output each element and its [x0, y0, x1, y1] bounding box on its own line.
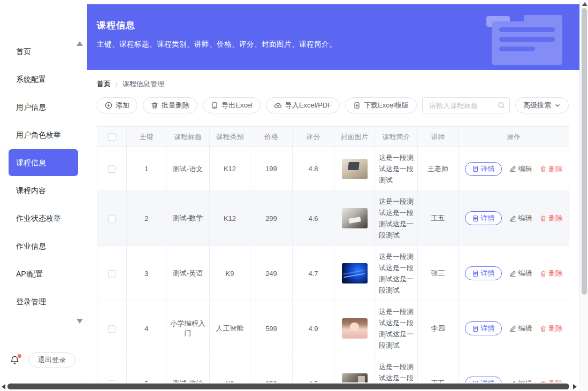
cell-category: K12: [210, 147, 250, 191]
page-banner: 课程信息 主键、课程标题、课程类别、讲师、价格、评分、封面图片、课程简介。: [87, 4, 579, 70]
cell-teacher: 王老师: [418, 147, 459, 191]
document-icon: [472, 215, 479, 222]
pencil-icon: [509, 325, 516, 332]
sidebar-item-course-content[interactable]: 课程内容: [0, 177, 87, 204]
row-checkbox[interactable]: [108, 215, 116, 223]
scroll-left-arrow-icon[interactable]: [2, 384, 5, 389]
search-box: [422, 97, 510, 113]
detail-button[interactable]: 详情: [465, 321, 502, 335]
course-table: 主键课程标题课程类别价格评分封面图片课程简介讲师操作 1测试-语文K121994…: [97, 126, 569, 391]
select-all-header: [97, 127, 127, 147]
delete-button[interactable]: 删除: [540, 269, 563, 278]
sidebar-item-login-management[interactable]: 登录管理: [0, 288, 87, 316]
cell-title: 测试-语文: [166, 147, 210, 191]
cell-actions: 详情编辑删除: [459, 246, 569, 301]
vertical-scrollbar[interactable]: [579, 0, 588, 391]
table-row: 4小学编程入门人工智能5994.9这是一段测试这是一段测试这是一段测试李四详情编…: [97, 301, 569, 356]
trash-icon: [540, 215, 547, 222]
cell-teacher: 李四: [418, 301, 459, 356]
trash-icon: [540, 165, 547, 172]
notification-bell-icon[interactable]: [10, 355, 20, 365]
cell-teacher: 张三: [418, 246, 459, 301]
sidebar-item-api-config[interactable]: API配置: [0, 260, 87, 288]
logout-button[interactable]: 退出登录: [28, 352, 75, 367]
table-header-row: 主键课程标题课程类别价格评分封面图片课程简介讲师操作: [97, 127, 569, 147]
cell-category: K12: [210, 191, 250, 246]
row-select-cell: [97, 301, 127, 356]
table-row: 1测试-语文K121994.8这是一段测试这是一段测试王老师详情编辑删除: [97, 147, 569, 191]
column-header-0: 主键: [127, 127, 166, 147]
cell-id: 1: [127, 147, 166, 191]
detail-button[interactable]: 详情: [465, 211, 502, 225]
cell-rating: 4.9: [293, 301, 334, 356]
sidebar-item-user-info[interactable]: 用户信息: [0, 93, 87, 121]
table-row: 2测试-数学K122994.6这是一段测试这是一段测试这是一段测试王五详情编辑删…: [97, 191, 569, 246]
row-checkbox[interactable]: [108, 165, 116, 173]
edit-button[interactable]: 编辑: [509, 324, 532, 333]
column-header-5: 封面图片: [334, 127, 375, 147]
column-header-1: 课程标题: [166, 127, 210, 147]
column-header-6: 课程简介: [375, 127, 418, 147]
cell-actions: 详情编辑删除: [459, 147, 569, 191]
row-checkbox[interactable]: [108, 270, 116, 278]
table-body: 1测试-语文K121994.8这是一段测试这是一段测试王老师详情编辑删除2测试-…: [97, 147, 569, 391]
cell-price: 299: [250, 191, 293, 246]
column-header-3: 价格: [250, 127, 293, 147]
batch-delete-button[interactable]: 批量删除: [143, 97, 197, 113]
cell-id: 4: [127, 301, 166, 356]
delete-button[interactable]: 删除: [540, 324, 563, 333]
scrollbar-corner: [579, 382, 588, 391]
cell-rating: 4.6: [293, 191, 334, 246]
search-input[interactable]: [422, 97, 510, 113]
sidebar: 首页系统配置用户信息用户角色枚举课程信息课程内容作业状态枚举作业信息API配置登…: [0, 0, 87, 391]
delete-button[interactable]: 删除: [540, 164, 563, 174]
cloud-upload-icon: [274, 102, 282, 110]
scroll-up-arrow-icon[interactable]: [582, 2, 587, 6]
toolbar: 添加 批量删除 导出Excel 导入Excel/PDF 下载Excel模版: [97, 97, 569, 113]
add-button[interactable]: 添加: [97, 97, 138, 113]
cell-id: 3: [127, 246, 166, 301]
document-icon: [211, 102, 218, 109]
folder-illustration: [486, 15, 562, 65]
column-header-8: 操作: [459, 127, 569, 147]
edit-button[interactable]: 编辑: [509, 269, 532, 278]
sidebar-item-home[interactable]: 首页: [0, 37, 87, 65]
detail-button[interactable]: 详情: [465, 266, 502, 280]
column-header-2: 课程类别: [210, 127, 250, 147]
cell-title: 测试-英语: [166, 246, 210, 301]
advanced-search-button[interactable]: 高级搜索: [515, 97, 569, 113]
cell-intro: 这是一段测试这是一段测试: [375, 147, 418, 191]
menu-scroll-down-icon[interactable]: [77, 319, 83, 324]
breadcrumb-home[interactable]: 首页: [97, 79, 111, 89]
sidebar-item-homework-info[interactable]: 作业信息: [0, 232, 87, 260]
file-download-icon: [353, 102, 361, 109]
edit-button[interactable]: 编辑: [509, 164, 532, 174]
sidebar-item-course-info[interactable]: 课程信息: [9, 149, 78, 176]
menu-scroll-up-icon[interactable]: [77, 41, 83, 46]
cell-teacher: 王五: [418, 191, 459, 246]
download-template-button[interactable]: 下载Excel模版: [345, 97, 417, 113]
row-select-cell: [97, 147, 127, 191]
row-select-cell: [97, 246, 127, 301]
horizontal-scrollbar-thumb[interactable]: [7, 384, 569, 389]
cell-title: 测试-数学: [166, 191, 210, 246]
horizontal-scrollbar[interactable]: [0, 382, 579, 391]
row-checkbox[interactable]: [108, 325, 116, 333]
scroll-right-arrow-icon[interactable]: [573, 384, 577, 389]
document-icon: [472, 325, 479, 332]
export-excel-button[interactable]: 导出Excel: [203, 97, 261, 113]
delete-button[interactable]: 删除: [540, 213, 563, 223]
vertical-scrollbar-thumb[interactable]: [582, 8, 587, 295]
document-icon: [472, 270, 479, 277]
sidebar-item-system-config[interactable]: 系统配置: [0, 65, 87, 93]
cell-cover: [334, 147, 375, 191]
column-header-7: 讲师: [418, 127, 459, 147]
edit-button[interactable]: 编辑: [509, 213, 532, 223]
content-area: 首页 / 课程信息管理 添加 批量删除 导出Excel: [87, 79, 579, 391]
select-all-checkbox[interactable]: [108, 133, 116, 141]
import-excel-pdf-button[interactable]: 导入Excel/PDF: [266, 97, 340, 113]
breadcrumb-separator: /: [116, 80, 118, 88]
detail-button[interactable]: 详情: [465, 162, 502, 176]
sidebar-item-user-role-enum[interactable]: 用户角色枚举: [0, 121, 87, 149]
sidebar-item-homework-status-enum[interactable]: 作业状态枚举: [0, 204, 87, 232]
